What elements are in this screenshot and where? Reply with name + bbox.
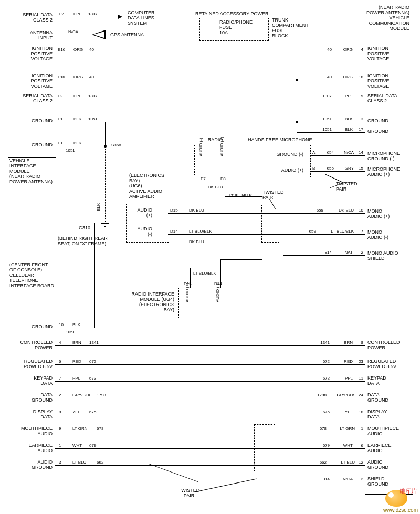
pin-d14: D14 <box>170 229 178 234</box>
wire-num: 672 <box>313 359 330 364</box>
wire-num: 673 <box>313 376 330 381</box>
pin: 15 <box>356 166 363 171</box>
wire-color: YEL <box>334 410 353 414</box>
wire-color: ORG <box>74 75 83 79</box>
wire-dashed <box>105 146 106 222</box>
wire-num: 662 <box>310 460 327 465</box>
wire-num: 1051 <box>315 117 332 121</box>
wire <box>220 259 221 288</box>
wire-num: 654 <box>317 150 334 155</box>
radio-if-label: RADIO INTERFACE MODULE (UG4) (ELECTRONIC… <box>122 292 174 313</box>
pin: 23 <box>356 359 363 364</box>
brow-l: MOUTHPIECE AUDIO <box>9 426 52 437</box>
badge-text: 维库片 <box>400 488 417 494</box>
audio-neg: AUDIO (-) <box>129 227 152 237</box>
elec-bay-label: (ELECTRONICS BAY) (UG6) ACTIVE AUDIO AMP… <box>129 173 176 199</box>
hands-free-label: HANDS FREE MICROPHONE <box>248 138 312 143</box>
brow-r: KEYPAD DATA <box>368 376 413 386</box>
wire <box>55 122 365 122</box>
wire-color: PPL <box>336 93 353 98</box>
left-module-top-label: VEHICLE INTERFACE MODULE (NEAR RADIO POW… <box>9 159 62 184</box>
wire-num: 678 <box>97 426 103 431</box>
wire <box>55 328 94 328</box>
wire-num: 40 <box>89 47 94 52</box>
radio-phone-label: RADIO/PHONE FUSE 10A <box>219 20 261 36</box>
brow-l: KEYPAD DATA <box>9 376 52 386</box>
wire <box>284 255 365 256</box>
row-label: MICROPHONE GROUND (-) <box>368 151 413 162</box>
wire-num: 40 <box>315 75 332 79</box>
wire <box>190 268 191 288</box>
wiring-diagram: (NEAR RADIO POWER ANTENNA) VEHICLE COMMU… <box>0 0 420 514</box>
row-label: IGNITION POSITIVE VOLTAGE <box>368 46 411 62</box>
wire-color: YEL <box>72 410 80 414</box>
brow-r: REGULATED POWER 8.5V <box>368 359 413 370</box>
wire <box>55 364 365 365</box>
audio-neg-v2: AUDIO (-) <box>215 284 220 302</box>
twisted-pair-box <box>261 205 279 243</box>
wire-num: 1051 <box>66 330 75 334</box>
pin: E2 <box>59 12 64 16</box>
row-label: MONO AUDIO (-) <box>368 230 413 240</box>
wire-num: 659 <box>299 229 316 234</box>
row-label: GROUND <box>9 119 52 124</box>
wire-color: LT GRN <box>72 426 88 431</box>
row-label: IGNITION POSITIVE VOLTAGE <box>9 46 52 62</box>
ltblublk: LT BLU/BLK <box>229 193 252 198</box>
wire <box>55 53 365 53</box>
wire-color: DK BLU <box>327 208 354 213</box>
pin: 2 <box>59 393 61 397</box>
pin: 7 <box>356 229 363 234</box>
dkblu: DK BLU <box>208 185 223 190</box>
wire-color: BLK <box>336 127 353 132</box>
pin: 6 <box>356 443 363 448</box>
pin: 1 <box>356 426 363 431</box>
brow-r: MOUTHPIECE AUDIO <box>368 426 413 437</box>
row-label: GROUND <box>9 143 52 148</box>
wire-color: BLK <box>336 117 353 121</box>
pin-a: A <box>312 150 315 155</box>
wire <box>55 448 365 449</box>
pin-d15: D15 <box>170 208 178 213</box>
wire <box>225 196 262 197</box>
wire-color: ORG <box>336 75 353 79</box>
wire-num: 1341 <box>313 340 330 345</box>
arrow-icon <box>118 15 122 19</box>
brow-l: GROUND <box>9 324 52 330</box>
pin: 24 <box>356 393 363 397</box>
brow-l: DATA GROUND <box>9 393 52 403</box>
wire <box>297 53 297 80</box>
row-label: IGNITION POSITIVE VOLTAGE <box>368 74 411 89</box>
dkblu: DK BLU <box>189 208 204 213</box>
watermark-text: www.dzsc.com <box>383 507 418 513</box>
ground-neg: GROUND (-) <box>257 152 303 158</box>
pin: 14 <box>356 150 363 155</box>
row-label: ANTENNA INPUT <box>9 30 52 41</box>
pin: 8 <box>356 340 363 345</box>
wire <box>94 223 95 328</box>
wire-color: PPL <box>74 12 81 16</box>
wire-color: PPL <box>72 376 80 381</box>
pin: 2 <box>356 250 363 255</box>
wire <box>225 174 225 196</box>
wire-color: PPL <box>334 376 353 381</box>
brow-l: DISPLAY DATA <box>9 410 52 420</box>
wire-num: 40 <box>89 75 94 79</box>
wire <box>310 171 365 172</box>
g310-label: G310 <box>79 226 90 231</box>
wire-color: RED <box>72 359 81 364</box>
wire-num: 1051 <box>88 117 98 121</box>
brow-r: DISPLAY DATA <box>368 410 413 420</box>
antenna-icon <box>92 30 106 39</box>
pointer <box>149 464 198 482</box>
audio-pos: AUDIO (+) <box>129 208 152 218</box>
brow-l: CONTROLLED POWER <box>9 340 52 351</box>
wire-num: 675 <box>89 410 96 414</box>
wire-color: WHT <box>334 443 353 448</box>
row-label: GROUND <box>368 129 411 134</box>
row-label: MICROPHONE AUDIO (+) <box>368 167 413 177</box>
wire-num: 1341 <box>89 340 99 345</box>
pin: 4 <box>356 47 363 52</box>
ltblublk: LT BLU/BLK <box>189 229 212 234</box>
pin: E16 <box>58 47 65 52</box>
